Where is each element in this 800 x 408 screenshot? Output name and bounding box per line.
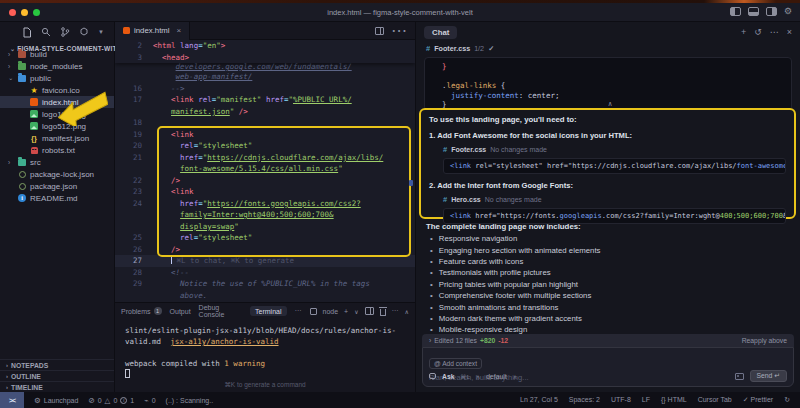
add-context-button[interactable]: @ Add context: [429, 358, 482, 369]
status-item--[interactable]: ↻: [784, 396, 790, 404]
chat-header: Chat + ↺ ⋯ ×: [416, 22, 800, 42]
tab-chat[interactable]: Chat: [424, 26, 457, 39]
tree-item-package-json[interactable]: package.json: [0, 180, 114, 192]
ports-indicator[interactable]: ⌁0: [144, 396, 155, 405]
code-line[interactable]: family=Inter:wght@400;500;600;700&: [115, 209, 415, 221]
shell-label[interactable]: node: [323, 308, 339, 315]
terminal-hint: ⌘K to generate a command: [115, 381, 415, 389]
chevron-down-icon[interactable]: ▼: [98, 29, 104, 35]
tree-item-node-modules[interactable]: ›node_modules: [0, 60, 114, 72]
terminal-tab--[interactable]: ⋯: [295, 307, 302, 315]
code-line[interactable]: 25 rel="stylesheet": [115, 232, 415, 244]
terminal-more-icon[interactable]: ⋯: [392, 307, 399, 315]
code-line[interactable]: 26 />: [115, 244, 415, 256]
instruction-step-2: 2. Add the Inter font from Google Fonts:…: [429, 181, 786, 224]
terminal-output[interactable]: slint/eslint-plugin-jsx-a11y/blob/HEAD/d…: [115, 319, 415, 380]
tree-item-public[interactable]: ⌄public: [0, 72, 114, 84]
tab-index-html[interactable]: index.html ×: [115, 22, 190, 40]
code-line[interactable]: web-app-manifest/: [115, 71, 415, 83]
split-editor-icon[interactable]: [375, 27, 384, 35]
expand-chevron-icon[interactable]: ›: [429, 337, 431, 344]
code-line[interactable]: 28 <!--: [115, 267, 415, 279]
sidebar-section-outline[interactable]: ›OUTLINE: [0, 370, 114, 381]
sidebar-section-notepads[interactable]: ›NOTEPADS: [0, 359, 114, 370]
code-line[interactable]: 16 -->: [115, 83, 415, 95]
code-line[interactable]: 21 href="https://cdnjs.cloudflare.com/aj…: [115, 152, 415, 164]
search-icon[interactable]: [41, 27, 51, 37]
code-line[interactable]: 17 <link rel="manifest" href="%PUBLIC_UR…: [115, 94, 415, 106]
editor-more-actions-icon[interactable]: ⋯: [391, 21, 407, 40]
toggle-right-panel-icon[interactable]: [766, 7, 777, 16]
chat-file-header[interactable]: # Footer.css 1/2 ✓: [416, 42, 800, 55]
more-icon[interactable]: ⋯: [770, 27, 779, 37]
status-item-spaces-2[interactable]: Spaces: 2: [569, 396, 600, 404]
code-line[interactable]: 3 <head>: [115, 52, 415, 64]
code-line[interactable]: above.: [115, 290, 415, 302]
terminal-tab-problems[interactable]: Problems 1: [121, 307, 162, 315]
close-tab-icon[interactable]: ×: [177, 26, 182, 35]
launchpad-item[interactable]: ⚙Launchpad: [34, 396, 78, 405]
code-line[interactable]: 22 />: [115, 175, 415, 187]
remote-indicator[interactable]: ><: [0, 392, 24, 408]
toggle-bottom-panel-icon[interactable]: [748, 7, 759, 16]
toggle-left-panel-icon[interactable]: [730, 7, 741, 16]
code-line[interactable]: 18: [115, 117, 415, 129]
code-line[interactable]: 29 Notice the use of %PUBLIC_URL% in the…: [115, 278, 415, 290]
tree-item-src[interactable]: ›src: [0, 156, 114, 168]
title-bar: index.html — figma-style-comment-with-ve…: [0, 3, 800, 22]
sidebar-section-timeline[interactable]: ›TIMELINE: [0, 381, 114, 392]
tree-item-manifest-json[interactable]: {}manifest.json: [0, 132, 114, 144]
step-code-snippet[interactable]: <link rel="stylesheet" href="https://cdn…: [443, 158, 786, 174]
code-line[interactable]: 24 href="https://fonts.googleapis.com/cs…: [115, 198, 415, 210]
files-icon[interactable]: [22, 27, 32, 38]
code-line[interactable]: developers.google.com/web/fundamentals/: [115, 63, 415, 71]
maximize-panel-icon[interactable]: ∧: [405, 308, 409, 315]
status-item-cursor-tab[interactable]: Cursor Tab: [698, 396, 732, 404]
terminal-dropdown-icon[interactable]: ∨: [354, 308, 358, 315]
code-line[interactable]: manifest.json" />: [115, 106, 415, 118]
tree-item-readme-md[interactable]: iREADME.md: [0, 192, 114, 204]
extensions-icon[interactable]: [79, 27, 89, 37]
kill-terminal-icon[interactable]: [380, 309, 386, 316]
edited-files-summary[interactable]: › Edited 12 files +820 -12 Reapply above: [422, 334, 794, 347]
problems-indicator[interactable]: ⊘0 △0 i1: [88, 396, 134, 405]
new-chat-icon[interactable]: +: [741, 27, 746, 37]
code-line[interactable]: 23 <link: [115, 186, 415, 198]
instruction-step-1: 1. Add Font Awesome for the social icons…: [429, 131, 786, 174]
code-line[interactable]: display=swap": [115, 221, 415, 233]
split-terminal-icon[interactable]: [365, 307, 374, 315]
source-control-icon[interactable]: [60, 27, 70, 37]
status-item-utf-8[interactable]: UTF-8: [611, 396, 631, 404]
attach-image-icon[interactable]: [735, 373, 744, 380]
new-terminal-icon[interactable]: +: [344, 308, 348, 315]
status-item--prettier[interactable]: ✓ Prettier: [743, 396, 773, 404]
mode-caret-icon[interactable]: ∧: [476, 373, 480, 380]
model-caret-icon[interactable]: ∧: [513, 373, 517, 380]
scanning-status: (..) : Scanning..: [166, 397, 213, 404]
tree-item-robots-txt[interactable]: robots.txt: [0, 144, 114, 156]
code-line[interactable]: font-awesome/5.15.4/css/all.min.css": [115, 163, 415, 175]
terminal-tab-terminal[interactable]: Terminal: [250, 306, 286, 316]
code-line-current[interactable]: 27 ⌘L to chat, ⌘K to generate: [115, 255, 415, 267]
status-item--html[interactable]: {} HTML: [661, 396, 687, 404]
tree-item-build[interactable]: ›build: [0, 48, 114, 60]
lines-added: +820: [480, 337, 495, 344]
send-button[interactable]: Send ↵: [750, 370, 787, 382]
code-line[interactable]: 20 rel="stylesheet": [115, 140, 415, 152]
terminal-tab-debug-console[interactable]: Debug Console: [199, 304, 242, 318]
status-item-lf[interactable]: LF: [642, 396, 650, 404]
mode-selector[interactable]: Ask: [442, 373, 454, 380]
code-editor[interactable]: 2<html lang="en">3 <head> developers.goo…: [115, 40, 415, 302]
settings-gear-icon[interactable]: ⚙: [784, 7, 792, 16]
status-item-ln-27-col-5[interactable]: Ln 27, Col 5: [520, 396, 558, 404]
reapply-above-button[interactable]: Reapply above: [742, 337, 787, 344]
terminal-tab-output[interactable]: Output: [170, 308, 191, 315]
code-line[interactable]: 2<html lang="en">: [115, 40, 415, 52]
code-line[interactable]: 19 <link: [115, 129, 415, 141]
model-selector[interactable]: default: [486, 373, 506, 380]
tree-item-package-lock-json[interactable]: package-lock.json: [0, 168, 114, 180]
npm-icon: [18, 170, 26, 178]
close-panel-icon[interactable]: ×: [787, 27, 792, 37]
image-icon: [30, 122, 38, 130]
history-icon[interactable]: ↺: [754, 27, 762, 37]
